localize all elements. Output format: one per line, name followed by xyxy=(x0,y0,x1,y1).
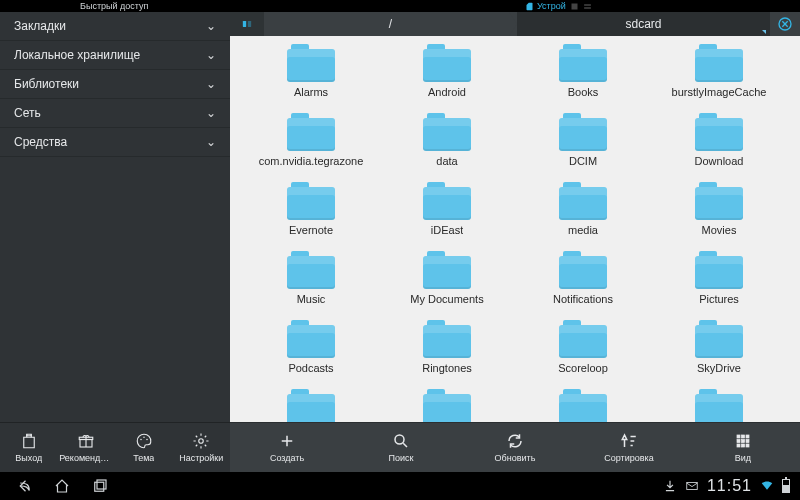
refresh-button[interactable]: Обновить xyxy=(458,423,572,472)
sidebar-item-local-storage[interactable]: Локальное хранилище ⌄ xyxy=(0,41,230,70)
folder-icon xyxy=(559,389,607,422)
folder-item[interactable]: com.nvidia.tegrazone xyxy=(248,113,374,178)
folder-item[interactable] xyxy=(248,389,374,422)
breadcrumb-root[interactable]: / xyxy=(264,12,517,36)
storage2-icon xyxy=(583,2,592,11)
folder-item[interactable] xyxy=(656,389,782,422)
button-label: Обновить xyxy=(495,453,536,463)
svg-rect-2 xyxy=(584,7,591,9)
search-button[interactable]: Поиск xyxy=(344,423,458,472)
nav-home-button[interactable] xyxy=(52,476,72,496)
close-tab-button[interactable] xyxy=(770,12,800,36)
folder-icon xyxy=(695,113,743,151)
folder-item[interactable]: Alarms xyxy=(248,44,374,109)
folder-label: Music xyxy=(297,292,326,316)
download-notification-icon[interactable] xyxy=(663,479,677,493)
back-icon xyxy=(15,477,33,495)
folder-icon xyxy=(287,251,335,289)
create-button[interactable]: Создать xyxy=(230,423,344,472)
folder-icon xyxy=(423,251,471,289)
nav-back-button[interactable] xyxy=(14,476,34,496)
folder-label: Pictures xyxy=(699,292,739,316)
recommend-button[interactable]: Рекомендов… xyxy=(58,422,116,472)
sidebar-item-libraries[interactable]: Библиотеки ⌄ xyxy=(0,70,230,99)
dual-pane-icon xyxy=(242,15,252,33)
svg-rect-15 xyxy=(746,435,749,438)
folder-item[interactable]: iDEast xyxy=(384,182,510,247)
folder-icon xyxy=(287,182,335,220)
folder-label: data xyxy=(436,154,457,178)
theme-button[interactable]: Тема xyxy=(115,422,173,472)
svg-point-8 xyxy=(199,439,204,444)
svg-rect-10 xyxy=(248,21,251,27)
clock: 11:51 xyxy=(707,477,752,495)
sidebar-item-network[interactable]: Сеть ⌄ xyxy=(0,99,230,128)
folder-label: Scoreloop xyxy=(558,361,608,385)
folder-item[interactable] xyxy=(384,389,510,422)
svg-rect-17 xyxy=(742,440,745,443)
settings-button[interactable]: Настройки xyxy=(173,422,231,472)
chevron-down-icon: ⌄ xyxy=(206,135,216,149)
view-button[interactable]: Вид xyxy=(686,423,800,472)
svg-rect-19 xyxy=(737,444,740,447)
button-label: Рекомендов… xyxy=(59,453,113,463)
folder-item[interactable]: Android xyxy=(384,44,510,109)
folder-icon xyxy=(695,320,743,358)
svg-rect-0 xyxy=(571,3,577,9)
app-top-strip: Быстрый доступ Устрой xyxy=(0,0,800,12)
folder-item[interactable]: Music xyxy=(248,251,374,316)
folder-label: DCIM xyxy=(569,154,597,178)
folder-item[interactable]: Ringtones xyxy=(384,320,510,385)
folder-item[interactable]: data xyxy=(384,113,510,178)
svg-rect-16 xyxy=(737,440,740,443)
sort-button[interactable]: Сортировка xyxy=(572,423,686,472)
panel-toggle-button[interactable] xyxy=(230,12,264,36)
folder-icon xyxy=(695,389,743,422)
refresh-icon xyxy=(506,432,524,450)
wifi-icon xyxy=(760,478,774,494)
sidebar-item-bookmarks[interactable]: Закладки ⌄ xyxy=(0,12,230,41)
folder-item[interactable]: media xyxy=(520,182,646,247)
nav-recent-button[interactable] xyxy=(90,476,110,496)
exit-button[interactable]: Выход xyxy=(0,422,58,472)
folder-item[interactable]: Scoreloop xyxy=(520,320,646,385)
sidebar-item-tools[interactable]: Средства ⌄ xyxy=(0,128,230,157)
folder-item[interactable]: DCIM xyxy=(520,113,646,178)
svg-point-6 xyxy=(143,437,145,439)
folder-item[interactable]: Books xyxy=(520,44,646,109)
folder-item[interactable]: SkyDrive xyxy=(656,320,782,385)
folder-item[interactable]: Notifications xyxy=(520,251,646,316)
content-toolbar: Создать Поиск Обновить Сортировка Вид xyxy=(230,422,800,472)
folder-label: Movies xyxy=(702,223,737,247)
button-label: Тема xyxy=(133,453,154,463)
sidebar-item-label: Средства xyxy=(14,135,67,149)
folder-item[interactable]: Movies xyxy=(656,182,782,247)
chevron-down-icon: ⌄ xyxy=(206,19,216,33)
folder-label: SkyDrive xyxy=(697,361,741,385)
folder-item[interactable]: Pictures xyxy=(656,251,782,316)
breadcrumb-label: sdcard xyxy=(625,17,661,31)
gift-icon xyxy=(77,432,95,450)
folder-item[interactable]: Download xyxy=(656,113,782,178)
folder-item[interactable]: burstlyImageCache xyxy=(656,44,782,109)
svg-rect-1 xyxy=(584,4,591,6)
folder-item[interactable]: My Documents xyxy=(384,251,510,316)
svg-point-5 xyxy=(140,439,142,441)
folder-icon xyxy=(559,320,607,358)
close-icon xyxy=(777,16,793,32)
chevron-down-icon: ⌄ xyxy=(206,106,216,120)
folder-icon xyxy=(559,182,607,220)
button-label: Вид xyxy=(735,453,751,463)
breadcrumb-current[interactable]: sdcard xyxy=(517,12,770,36)
folder-item[interactable]: Evernote xyxy=(248,182,374,247)
folder-item[interactable]: Podcasts xyxy=(248,320,374,385)
svg-rect-24 xyxy=(687,483,698,490)
breadcrumb-label: / xyxy=(389,17,392,31)
folder-grid[interactable]: AlarmsAndroidBooksburstlyImageCachecom.n… xyxy=(230,36,800,422)
sidebar-item-label: Локальное хранилище xyxy=(14,48,140,62)
folder-item[interactable] xyxy=(520,389,646,422)
mail-notification-icon[interactable] xyxy=(685,479,699,493)
battery-icon xyxy=(782,479,790,493)
folder-icon xyxy=(695,44,743,82)
storage-icon xyxy=(570,2,579,11)
